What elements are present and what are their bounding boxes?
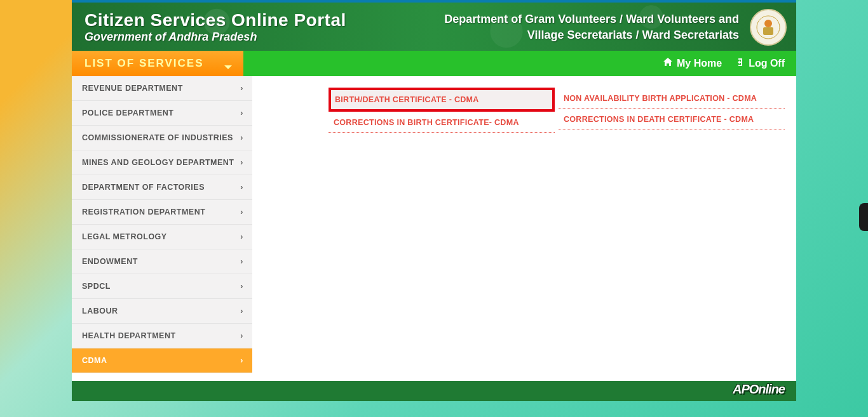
- aponline-logo: APOnline: [733, 382, 785, 397]
- sidebar-item-label: MINES AND GEOLOGY DEPARTMENT: [82, 158, 234, 167]
- chevron-right-icon: ›: [240, 109, 243, 117]
- chevron-right-icon: ›: [240, 232, 243, 241]
- sidebar-item-health[interactable]: HEALTH DEPARTMENT ›: [72, 324, 252, 348]
- chevron-right-icon: ›: [240, 133, 243, 142]
- sidebar-item-label: LEGAL METROLOGY: [82, 232, 167, 241]
- sidebar-item-legal-metrology[interactable]: LEGAL METROLOGY ›: [72, 225, 252, 249]
- sidebar-item-endowment[interactable]: ENDOWMENT ›: [72, 249, 252, 274]
- chevron-right-icon: ›: [240, 183, 243, 192]
- service-non-availability-birth[interactable]: NON AVAILABILITY BIRTH APPLICATION - CDM…: [559, 88, 785, 109]
- sidebar-item-industries[interactable]: COMMISSIONERATE OF INDUSTRIES ›: [72, 126, 252, 150]
- sidebar-item-label: DEPARTMENT OF FACTORIES: [82, 183, 205, 192]
- sidebar-item-label: REGISTRATION DEPARTMENT: [82, 208, 205, 216]
- chevron-right-icon: ›: [240, 282, 243, 291]
- sidebar-item-registration[interactable]: REGISTRATION DEPARTMENT ›: [72, 200, 252, 225]
- service-birth-death-cert[interactable]: BIRTH/DEATH CERTIFICATE - CDMA: [329, 88, 555, 112]
- sidebar-item-spdcl[interactable]: SPDCL ›: [72, 274, 252, 299]
- sidebar-item-factories[interactable]: DEPARTMENT OF FACTORIES ›: [72, 175, 252, 200]
- sidebar-item-label: POLICE DEPARTMENT: [82, 109, 173, 117]
- portal-title: Citizen Services Online Portal: [85, 10, 346, 30]
- state-emblem-icon: [750, 9, 787, 46]
- log-off-link[interactable]: Log Off: [735, 57, 785, 70]
- sidebar-item-mines[interactable]: MINES AND GEOLOGY DEPARTMENT ›: [72, 150, 252, 175]
- top-nav: LIST OF SERVICES My Home Log Off: [72, 51, 796, 76]
- sidebar-item-label: CDMA: [82, 356, 107, 365]
- sidebar-item-label: REVENUE DEPARTMENT: [82, 84, 183, 93]
- log-off-label: Log Off: [749, 58, 785, 69]
- chevron-right-icon: ›: [240, 257, 243, 266]
- sidebar-item-labour[interactable]: LABOUR ›: [72, 299, 252, 324]
- caret-down-icon: [224, 60, 232, 72]
- sidebar-item-cdma[interactable]: CDMA ›: [72, 348, 252, 373]
- chevron-right-icon: ›: [240, 208, 243, 216]
- main-area: REVENUE DEPARTMENT › POLICE DEPARTMENT ›…: [72, 76, 796, 381]
- sidebar-item-label: SPDCL: [82, 282, 111, 291]
- my-home-label: My Home: [677, 58, 722, 69]
- sidebar-item-label: LABOUR: [82, 307, 118, 315]
- chevron-right-icon: ›: [240, 331, 243, 340]
- content-area: BIRTH/DEATH CERTIFICATE - CDMA CORRECTIO…: [325, 76, 796, 381]
- chevron-right-icon: ›: [240, 307, 243, 315]
- sidebar-item-label: HEALTH DEPARTMENT: [82, 331, 176, 340]
- chevron-right-icon: ›: [240, 158, 243, 167]
- service-corrections-death[interactable]: CORRECTIONS IN DEATH CERTIFICATE - CDMA: [559, 109, 785, 129]
- list-of-services-label: LIST OF SERVICES: [85, 57, 204, 70]
- chevron-right-icon: ›: [240, 356, 243, 365]
- svg-point-1: [764, 20, 772, 27]
- sidebar-item-police[interactable]: POLICE DEPARTMENT ›: [72, 101, 252, 126]
- page-header: Citizen Services Online Portal Governmen…: [72, 0, 796, 51]
- dept-title: Department of Gram Volunteers / Ward Vol…: [444, 11, 739, 43]
- sidebar-item-label: ENDOWMENT: [82, 257, 138, 266]
- sidebar-item-label: COMMISSIONERATE OF INDUSTRIES: [82, 133, 233, 142]
- logout-icon: [735, 57, 745, 70]
- sidebar-item-revenue[interactable]: REVENUE DEPARTMENT ›: [72, 76, 252, 101]
- my-home-link[interactable]: My Home: [663, 57, 722, 70]
- portal-subtitle: Government of Andhra Pradesh: [85, 30, 346, 44]
- chevron-right-icon: ›: [240, 84, 243, 93]
- side-tab-handle[interactable]: [859, 203, 868, 231]
- page-footer: APOnline: [72, 381, 796, 401]
- dept-line2: Village Secretariats / Ward Secretariats: [444, 27, 739, 43]
- sidebar: REVENUE DEPARTMENT › POLICE DEPARTMENT ›…: [72, 76, 252, 381]
- svg-rect-2: [763, 27, 773, 35]
- home-icon: [663, 57, 673, 70]
- dept-line1: Department of Gram Volunteers / Ward Vol…: [444, 11, 739, 27]
- list-of-services-dropdown[interactable]: LIST OF SERVICES: [72, 51, 243, 76]
- content-gutter: [252, 76, 325, 381]
- service-corrections-birth[interactable]: CORRECTIONS IN BIRTH CERTIFICATE- CDMA: [329, 112, 555, 133]
